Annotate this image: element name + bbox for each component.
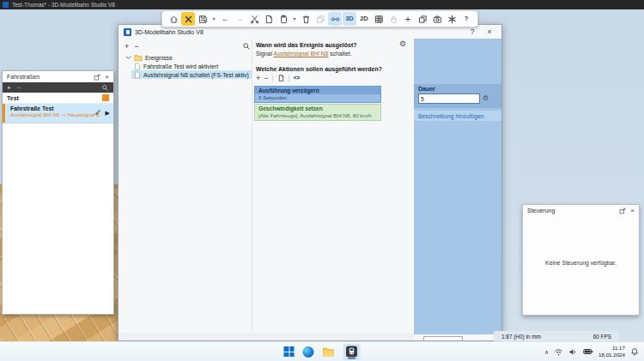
plus-icon: + bbox=[405, 15, 410, 24]
routes-panel-title: Fahrstraßen bbox=[7, 74, 89, 80]
divider: | bbox=[272, 74, 274, 81]
search-icon[interactable] bbox=[242, 42, 251, 51]
event-doc-icon bbox=[134, 63, 141, 70]
edit-pencil-icon[interactable] bbox=[94, 109, 101, 116]
battery-icon[interactable] bbox=[583, 348, 593, 355]
notification-bell-icon[interactable] bbox=[630, 347, 639, 356]
tree-root-row[interactable]: Ereignisse bbox=[123, 53, 175, 62]
new-document-button[interactable] bbox=[262, 12, 276, 26]
properties-panel: Dauer ⚙ Beschreibung hinzufügen bbox=[414, 39, 502, 334]
asterisk-icon bbox=[447, 15, 457, 24]
link-button[interactable] bbox=[328, 12, 342, 26]
close-icon[interactable]: × bbox=[630, 208, 635, 214]
divider bbox=[252, 39, 252, 332]
view-2d-button[interactable]: 2D bbox=[357, 12, 371, 26]
help-label: ? bbox=[465, 15, 469, 22]
screenshot-button[interactable] bbox=[430, 12, 444, 26]
scissors-icon bbox=[250, 15, 259, 24]
tree-item-selected[interactable]: Ausfahrsignal N8 schaltet (FS-Test aktiv… bbox=[131, 70, 252, 79]
app-icon bbox=[3, 2, 9, 8]
modellbahn-app-taskbar-button[interactable] bbox=[343, 344, 361, 360]
paste-dropdown[interactable]: ▾ bbox=[291, 12, 298, 26]
file-explorer-icon[interactable] bbox=[323, 346, 335, 357]
tools-button[interactable] bbox=[181, 12, 195, 26]
trash-icon bbox=[301, 15, 311, 24]
save-button[interactable] bbox=[196, 12, 210, 26]
edge-browser-icon[interactable] bbox=[303, 346, 314, 358]
volume-icon[interactable] bbox=[568, 348, 578, 356]
action-remove-button[interactable]: − bbox=[264, 74, 268, 82]
scale-indicator[interactable]: 1:87 (H0) in mm bbox=[501, 334, 541, 340]
cut-button[interactable] bbox=[247, 12, 261, 26]
action-detail: [Alle Fahrzeuge], Ausfahrsignal Bhf N8, … bbox=[255, 112, 380, 120]
popout-icon[interactable] bbox=[94, 74, 100, 81]
close-icon[interactable]: × bbox=[105, 74, 109, 81]
layers-button[interactable] bbox=[416, 12, 429, 26]
trigger-prefix: Signal bbox=[256, 51, 273, 57]
event-dialog: 3D-Modellbahn Studio V8 ? × + − Ereignis… bbox=[118, 24, 502, 341]
clock-time: 11:17 bbox=[598, 345, 625, 352]
popout-icon[interactable] bbox=[619, 208, 626, 214]
save-dropdown[interactable]: ▾ bbox=[210, 12, 217, 26]
tree-expand-chevron-icon[interactable] bbox=[125, 55, 131, 60]
duration-input[interactable] bbox=[418, 93, 480, 104]
lock-button bbox=[386, 12, 400, 26]
document-icon bbox=[264, 15, 274, 24]
view-3d-button[interactable]: 3D bbox=[343, 12, 356, 26]
wifi-icon[interactable] bbox=[554, 348, 563, 356]
action-paste-icon[interactable] bbox=[277, 74, 285, 82]
help-button[interactable]: ? bbox=[459, 12, 473, 26]
paste-button[interactable] bbox=[276, 12, 290, 26]
trigger-heading: Wann wird das Ereignis ausgelöst? bbox=[256, 42, 357, 48]
script-code-icon[interactable]: <> bbox=[294, 75, 301, 81]
clock-date: 18.01.2024 bbox=[598, 352, 625, 358]
add-description-button[interactable]: Beschreibung hinzufügen bbox=[414, 111, 502, 121]
trigger-settings-gear-icon[interactable]: ⚙ bbox=[399, 40, 406, 48]
view-3d-label: 3D bbox=[345, 15, 354, 22]
train-app-icon bbox=[346, 346, 358, 358]
save-icon bbox=[198, 15, 208, 24]
add-object-button[interactable]: + bbox=[401, 12, 415, 26]
dialog-help-button[interactable]: ? bbox=[465, 27, 479, 36]
routes-toolbar: + − bbox=[3, 82, 113, 93]
delete-button[interactable] bbox=[299, 12, 313, 26]
dialog-close-icon[interactable]: × bbox=[483, 27, 496, 36]
tree-item-label: Fahrstraße Test wird aktiviert bbox=[143, 63, 218, 69]
action-add-button[interactable]: + bbox=[256, 74, 260, 82]
taskbar-clock[interactable]: 11:17 18.01.2024 bbox=[598, 345, 625, 358]
search-icon[interactable] bbox=[101, 84, 109, 92]
plugins-button[interactable] bbox=[445, 12, 459, 26]
signal-link[interactable]: Ausfahrsignal Bhf N8 bbox=[273, 51, 328, 57]
group-color-swatch[interactable] bbox=[102, 94, 109, 101]
tree-add-button[interactable]: + bbox=[125, 42, 129, 51]
back-button[interactable]: ← bbox=[218, 12, 232, 26]
clipboard-icon bbox=[279, 15, 289, 24]
trigger-suffix: schaltet. bbox=[328, 51, 351, 57]
trigger-sentence: Signal Ausfahrsignal Bhf N8 schaltet. bbox=[256, 51, 351, 57]
route-item-selected[interactable]: Fahrstraße Test Ausfahrsignal Bhf N8 -> … bbox=[3, 104, 113, 123]
window-titlebar: Test-Thomas* - 3D-Modellbahn Studio V8 bbox=[0, 0, 644, 9]
route-add-button[interactable]: + bbox=[7, 84, 11, 92]
start-button[interactable] bbox=[284, 346, 295, 357]
action-item-selected[interactable]: Ausführung verzögern 5 Sekunden bbox=[254, 86, 381, 103]
actions-heading: Welche Aktionen sollen ausgeführt werden… bbox=[256, 66, 382, 72]
tree-remove-button[interactable]: − bbox=[134, 42, 138, 51]
home-button[interactable] bbox=[167, 12, 180, 26]
tree-item[interactable]: Fahrstraße Test wird aktiviert bbox=[131, 62, 221, 70]
control-panel-header: Steuerung × bbox=[523, 205, 639, 216]
actions-toolbar: + − | | <> bbox=[256, 73, 300, 82]
routes-group-row[interactable]: Test bbox=[3, 93, 113, 104]
tray-expand-icon[interactable]: ∧ bbox=[544, 349, 549, 355]
fps-indicator: 60 FPS bbox=[593, 334, 611, 340]
tree-root-label: Ereignisse bbox=[145, 55, 173, 61]
dialog-footer bbox=[118, 333, 414, 340]
play-icon[interactable]: ▶ bbox=[106, 110, 110, 116]
taskbar: ∧ 11:17 18.01.2024 bbox=[0, 341, 644, 361]
lock-icon bbox=[389, 15, 398, 24]
routes-panel-header: Fahrstraßen × bbox=[3, 71, 113, 82]
grid-button[interactable] bbox=[372, 12, 386, 26]
routes-group-label: Test bbox=[7, 95, 102, 101]
action-item[interactable]: Geschwindigkeit setzen [Alle Fahrzeuge],… bbox=[254, 104, 381, 121]
dialog-title: 3D-Modellbahn Studio V8 bbox=[135, 29, 462, 35]
duration-gear-icon[interactable]: ⚙ bbox=[483, 95, 489, 102]
